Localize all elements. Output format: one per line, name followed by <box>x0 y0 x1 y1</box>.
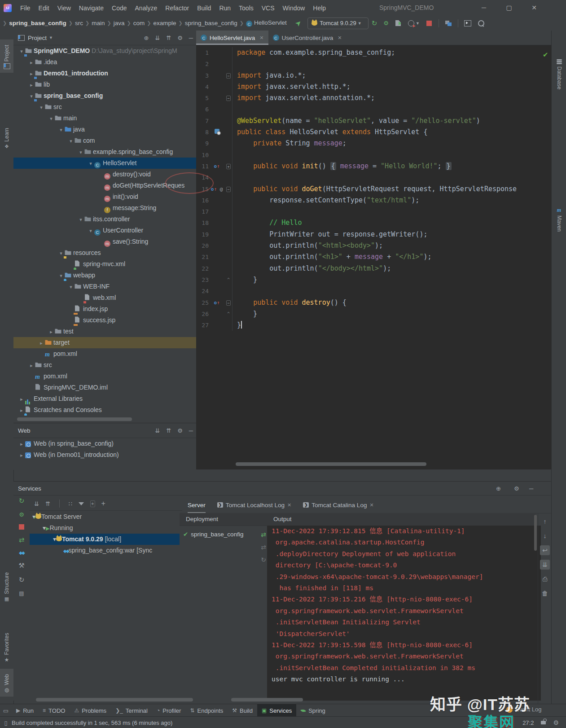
new-tab-icon[interactable]: + <box>90 500 95 507</box>
menu-view[interactable]: View <box>53 4 75 12</box>
editor-tab[interactable]: CUserController.java✕ <box>268 31 347 45</box>
tree-row[interactable]: ▾main <box>13 113 196 124</box>
tool-stripe-project[interactable]: Project <box>0 39 13 73</box>
breadcrumb-item[interactable]: main <box>92 20 105 26</box>
tree-row[interactable]: msave():String <box>13 236 196 247</box>
project-hscrollbar[interactable] <box>17 417 132 421</box>
fold-marker[interactable]: − <box>226 187 230 192</box>
tool-stripe-web[interactable]: Web ◍ <box>0 669 13 697</box>
tree-row[interactable]: ▸src <box>13 360 196 371</box>
tree-row[interactable]: mdestroy():void <box>13 169 196 180</box>
minimize-button[interactable]: ─ <box>477 2 491 13</box>
menu-edit[interactable]: Edit <box>35 4 53 12</box>
chevron-down-icon[interactable]: ▾ <box>67 281 75 292</box>
scroll-down-icon[interactable]: ↓ <box>540 531 550 541</box>
expand-all-icon[interactable]: ⇊ <box>155 427 160 434</box>
menu-window[interactable]: Window <box>279 4 309 12</box>
menu-analyze[interactable]: Analyze <box>131 4 162 12</box>
chevron-right-icon[interactable]: ▸ <box>28 79 35 90</box>
services-hscrollbar[interactable] <box>36 698 193 702</box>
menu-run[interactable]: Run <box>215 4 235 12</box>
menu-help[interactable]: Help <box>309 4 330 12</box>
tree-row[interactable]: ▸test <box>13 326 196 337</box>
toolwindow-tab-services[interactable]: ▣Services <box>257 704 296 717</box>
search-everywhere-icon[interactable] <box>478 20 484 26</box>
tree-row[interactable]: ▾resources <box>13 247 196 259</box>
chevron-down-icon[interactable]: ▼ <box>49 35 53 40</box>
tree-row[interactable]: web.xml <box>13 292 196 303</box>
layout-icon[interactable]: ▤ <box>19 590 24 596</box>
tool-stripe-learn[interactable]: Learn ❖ <box>0 123 13 153</box>
tree-row[interactable]: spring-mvc.xml <box>13 259 196 270</box>
sync-icon[interactable]: ⇄ <box>261 531 266 538</box>
hide-panel-icon[interactable]: ─ <box>189 35 193 41</box>
toolwindow-tab-run[interactable]: ▶Run <box>12 704 38 717</box>
breadcrumb-item[interactable]: example <box>153 20 176 26</box>
inspection-ok-icon[interactable]: ✔ <box>543 51 548 59</box>
menu-refactor[interactable]: Refactor <box>161 4 193 12</box>
tree-row[interactable]: mpom.xml <box>13 348 196 360</box>
servlet-class-icon[interactable] <box>215 129 219 134</box>
rerun-icon[interactable]: ↻ <box>372 20 377 26</box>
web-tree-row[interactable]: ▸Web (in spring_base_config) <box>13 438 196 449</box>
tree-row[interactable]: ▸lib <box>13 79 196 90</box>
scroll-up-icon[interactable]: ↑ <box>540 517 550 526</box>
hide-panel-icon[interactable]: ─ <box>529 485 533 492</box>
refresh-icon[interactable]: ↻ <box>261 556 266 563</box>
tree-row[interactable]: ▸Demo01_introduction <box>13 68 196 79</box>
chevron-down-icon[interactable]: ▾ <box>57 124 65 135</box>
menu-file[interactable]: File <box>16 4 35 12</box>
tree-row[interactable]: ▾WEB-INF <box>13 281 196 292</box>
expand-all-icon[interactable]: ⇊ <box>34 500 39 507</box>
chevron-right-icon[interactable]: ▸ <box>28 360 35 371</box>
deploy-icon[interactable]: ⇄ <box>19 536 25 544</box>
tree-row[interactable]: ▸External Libraries <box>13 393 196 404</box>
group-by-icon[interactable]: ∷ <box>69 500 72 507</box>
close-icon[interactable]: ✕ <box>287 502 291 508</box>
stop-icon[interactable] <box>19 524 24 530</box>
toolwindow-tab-endpoints[interactable]: ⇅Endpoints <box>185 704 228 717</box>
settings-sync-icon[interactable]: ⚙ <box>553 719 559 726</box>
tree-row[interactable]: ▾src <box>13 101 196 113</box>
chevron-right-icon[interactable]: ▸ <box>18 450 25 460</box>
fold-marker[interactable]: + <box>226 164 230 169</box>
tree-row[interactable]: mpom.xml <box>13 371 196 382</box>
tree-row[interactable]: ▸Scratches and Consoles <box>13 404 196 416</box>
tree-row[interactable]: ▾CUserController <box>13 225 196 236</box>
clear-all-icon[interactable]: 🗑 <box>540 588 550 598</box>
gear-icon[interactable]: ⚙ <box>177 35 183 41</box>
toolwindow-tab-problems[interactable]: ⚠Problems <box>70 704 111 717</box>
tree-row[interactable]: mdoGet(HttpServletReques <box>13 180 196 191</box>
run-anything-icon[interactable] <box>464 20 471 26</box>
wrench-icon[interactable]: ⚒ <box>18 561 24 570</box>
web-panel-title[interactable]: Web <box>18 427 31 434</box>
editor-hscrollbar[interactable] <box>236 462 426 466</box>
close-icon[interactable]: ✕ <box>259 35 263 41</box>
unlock-icon[interactable] <box>541 721 546 724</box>
server-tab[interactable]: Server <box>188 497 206 513</box>
run-configuration-select[interactable]: Tomcat 9.0.29 ▼ <box>307 18 369 29</box>
fold-marker[interactable]: − <box>226 96 230 101</box>
tree-row[interactable]: ▾java <box>13 124 196 135</box>
menu-code[interactable]: Code <box>108 4 131 12</box>
hide-windows-icon[interactable]: ▭ <box>0 707 12 714</box>
server-tab[interactable]: ❯Tomcat Localhost Log✕ <box>217 497 292 513</box>
soft-wrap-icon[interactable]: ↩ <box>540 545 550 555</box>
tree-row[interactable]: ▾example.spring_base_config <box>13 146 196 158</box>
tree-row[interactable]: index.jsp <box>13 303 196 315</box>
chevron-right-icon[interactable]: ▸ <box>48 326 55 337</box>
caret-position[interactable]: 27:2 <box>522 719 534 726</box>
tree-row[interactable]: ▾spring_base_config <box>13 90 196 101</box>
tree-row[interactable]: minit():void <box>13 191 196 202</box>
toolwindow-tab-build[interactable]: ⚒Build <box>228 704 257 717</box>
chevron-down-icon[interactable]: ▾ <box>53 535 56 543</box>
fold-marker[interactable]: ^ <box>227 311 230 316</box>
tool-stripe-favorites[interactable]: Favorites ★ <box>0 627 13 667</box>
chevron-right-icon[interactable]: ▸ <box>38 338 45 348</box>
server-tab[interactable]: ❯Tomcat Catalina Log✕ <box>303 497 373 513</box>
gear-icon[interactable]: ⚙ <box>514 485 519 492</box>
sync-disabled-icon[interactable]: ⇄ <box>261 544 266 551</box>
chevron-right-icon[interactable]: ▸ <box>18 394 25 404</box>
breadcrumb-item[interactable]: spring_base_config <box>185 20 237 26</box>
close-icon[interactable]: ✕ <box>338 35 342 41</box>
